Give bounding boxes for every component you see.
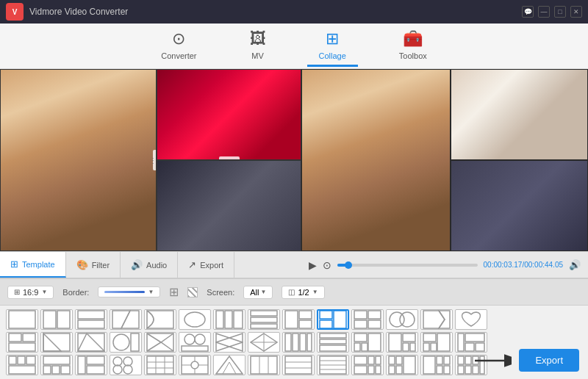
svg-rect-46 <box>320 339 346 344</box>
volume-button[interactable]: 🔊 <box>569 259 581 270</box>
svg-marker-27 <box>439 311 450 328</box>
preview-cell-1 <box>301 69 451 251</box>
screen-selector[interactable]: All ▼ <box>243 286 273 299</box>
stop-button[interactable]: ⊙ <box>323 259 331 271</box>
svg-rect-60 <box>458 333 464 351</box>
close-button[interactable]: ✕ <box>570 6 582 18</box>
nav-toolbox[interactable]: 🧰 Toolbox <box>387 25 439 67</box>
template-single[interactable] <box>6 309 38 330</box>
nav-mv[interactable]: 🖼 MV <box>238 25 278 67</box>
converter-label: Converter <box>161 51 196 60</box>
template-r3-2[interactable] <box>40 355 73 375</box>
template-r3-1[interactable] <box>6 355 38 375</box>
aspect-value: 16:9 <box>23 288 38 297</box>
svg-rect-1 <box>43 311 56 328</box>
template-row-1 <box>6 309 582 330</box>
svg-rect-34 <box>131 333 139 351</box>
template-diagonal[interactable] <box>110 309 142 330</box>
svg-rect-53 <box>403 333 415 342</box>
template-r2-8[interactable] <box>248 332 280 353</box>
toolbox-icon: 🧰 <box>403 29 423 48</box>
nav-collage[interactable]: ⊞ Collage <box>307 25 358 67</box>
cell-image-2 <box>157 70 301 159</box>
svg-rect-73 <box>87 356 104 364</box>
template-4-grid[interactable] <box>351 309 384 330</box>
arrow-icon <box>475 352 512 369</box>
nav-converter[interactable]: ⊙ Converter <box>149 25 208 67</box>
maximize-button[interactable]: □ <box>554 6 566 18</box>
template-heart[interactable] <box>455 309 487 330</box>
fraction-selector[interactable]: ◫ 1/2 ▼ <box>282 286 324 299</box>
svg-rect-4 <box>78 320 104 328</box>
template-arrow-split[interactable] <box>420 309 453 330</box>
template-r2-13[interactable] <box>420 332 453 353</box>
template-r2-6[interactable] <box>179 332 211 353</box>
template-r3-8[interactable] <box>248 355 280 375</box>
template-1plus2-selected[interactable] <box>317 309 349 330</box>
export-button[interactable]: Export <box>519 349 579 372</box>
template-r2-2[interactable] <box>40 332 73 353</box>
svg-rect-67 <box>9 366 35 374</box>
mv-label: MV <box>251 51 264 60</box>
svg-rect-106 <box>396 356 402 364</box>
minimize-button[interactable]: — <box>538 6 550 18</box>
border-selector[interactable]: ▼ <box>98 286 160 297</box>
collage-cell-3[interactable] <box>157 160 301 251</box>
msg-button[interactable]: 💬 <box>522 6 534 18</box>
template-oval[interactable] <box>179 309 211 330</box>
aspect-ratio-selector[interactable]: ⊞ 16:9 ▼ <box>7 286 54 299</box>
svg-rect-57 <box>437 333 450 351</box>
fraction-arrow: ▼ <box>312 289 318 295</box>
template-r3-10[interactable] <box>317 355 349 375</box>
svg-rect-101 <box>368 356 374 364</box>
svg-point-7 <box>184 312 205 327</box>
template-r3-3[interactable] <box>75 355 107 375</box>
template-r2-11[interactable] <box>351 332 384 353</box>
template-r2-12[interactable] <box>386 332 418 353</box>
play-button[interactable]: ▶ <box>309 259 317 271</box>
tab-export-small[interactable]: ↗ Export <box>178 252 234 278</box>
template-r2-9[interactable] <box>282 332 315 353</box>
template-r3-12[interactable] <box>386 355 418 375</box>
template-2plus1[interactable] <box>282 309 315 330</box>
tab-filter[interactable]: 🎨 Filter <box>66 252 121 278</box>
template-r2-3[interactable] <box>75 332 107 353</box>
template-r2-7[interactable] <box>213 332 245 353</box>
template-r3-4[interactable] <box>110 355 142 375</box>
template-r3-9[interactable] <box>282 355 315 375</box>
svg-rect-74 <box>87 366 104 374</box>
template-split-h[interactable] <box>75 309 107 330</box>
video-controls: ▶ ⊙ 00:00:03.17/00:00:44.05 🔊 <box>301 251 588 278</box>
controls-row: ⊞ 16:9 ▼ Border: ▼ ⊞ Screen: All ▼ ◫ 1/2… <box>0 279 588 306</box>
template-r2-4[interactable] <box>110 332 142 353</box>
template-rounded-split[interactable] <box>386 309 418 330</box>
template-3-horizontal[interactable] <box>248 309 280 330</box>
tab-audio[interactable]: 🔊 Audio <box>121 252 178 278</box>
export-tab-icon: ↗ <box>188 259 196 270</box>
svg-rect-114 <box>444 366 450 374</box>
template-r3-11[interactable] <box>351 355 384 375</box>
template-split-v[interactable] <box>40 309 73 330</box>
template-r3-6[interactable] <box>179 355 211 375</box>
aspect-arrow: ▼ <box>41 289 47 295</box>
template-curved[interactable] <box>144 309 176 330</box>
template-r2-5[interactable] <box>144 332 176 353</box>
template-r3-13[interactable] <box>420 355 453 375</box>
svg-rect-62 <box>465 343 474 351</box>
template-r3-7[interactable] <box>213 355 245 375</box>
svg-rect-111 <box>437 356 442 364</box>
template-r3-5[interactable] <box>144 355 176 375</box>
svg-marker-5 <box>112 311 130 328</box>
svg-rect-116 <box>465 356 471 364</box>
cell-image-3 <box>157 161 301 250</box>
template-3-vertical[interactable] <box>213 309 245 330</box>
collage-cell-1[interactable]: ⋮ <box>0 69 157 251</box>
template-r2-10[interactable] <box>317 332 349 353</box>
tab-template[interactable]: ⊞ Template <box>0 252 66 278</box>
svg-point-78 <box>123 365 132 374</box>
progress-bar[interactable] <box>337 264 478 267</box>
collage-cell-2[interactable]: ··· <box>157 69 301 160</box>
svg-rect-48 <box>354 333 367 342</box>
svg-rect-21 <box>368 311 381 319</box>
template-r2-1[interactable] <box>6 332 38 353</box>
